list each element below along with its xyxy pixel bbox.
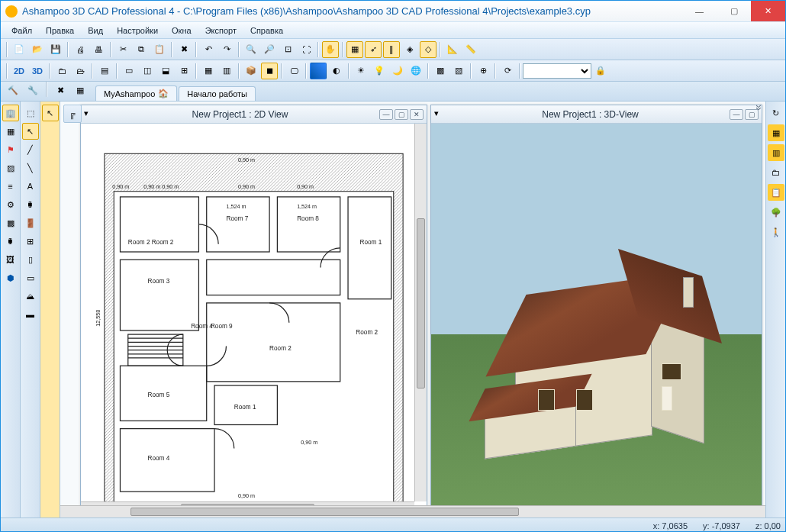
dock-folder-icon[interactable]: 🗀 [768,164,784,181]
panel-3d-menu-icon[interactable]: ▾ [434,108,446,121]
line-icon[interactable]: ╱ [22,141,39,158]
door-icon[interactable]: 🚪 [22,214,39,231]
cursor-icon[interactable]: ➶ [365,41,382,58]
refresh-icon[interactable]: ⟳ [499,63,516,79]
globe-icon[interactable]: 🌐 [407,63,424,79]
lock-icon[interactable]: 🔒 [592,63,609,79]
tab-start[interactable]: Начало работы [179,86,256,101]
pan-icon[interactable]: ✋ [322,41,339,58]
window-icon[interactable]: ⊞ [22,233,39,250]
menu-view[interactable]: Вид [82,24,109,37]
flag-red-icon[interactable]: ⚑ [2,141,19,158]
ruler-icon[interactable]: 📏 [462,41,479,58]
scrollbar-v-2d[interactable] [414,124,427,501]
save-icon[interactable]: 💾 [47,41,64,58]
folder-yellow-icon[interactable]: 🗀 [53,63,70,79]
menu-help[interactable]: Справка [244,24,289,37]
hammer-icon[interactable]: 🔨 [5,82,21,98]
panel-2d-min-button[interactable]: — [379,109,393,120]
new-file-icon[interactable]: 📄 [11,41,27,58]
menu-settings[interactable]: Настройки [111,24,164,37]
dock-catalog2-icon[interactable]: ▥ [768,144,784,161]
window-vsplit-icon[interactable]: ◫ [139,63,156,79]
window-quad-icon[interactable]: ⊞ [176,63,192,79]
wall-icon[interactable]: ⧯ [22,196,39,213]
layer2-icon[interactable]: ▥ [218,63,235,79]
screen-icon[interactable]: 🖵 [285,63,302,79]
material-icon[interactable]: ▩ [432,63,449,79]
gear-icon[interactable]: ⚙ [2,196,19,213]
snap-angle-icon[interactable]: ◇ [420,41,436,58]
maximize-button[interactable]: ▢ [717,1,751,21]
view-3d-button[interactable]: 3D [29,63,46,79]
new-tab-icon[interactable]: ▦ [72,82,89,98]
light-icon[interactable]: 💡 [371,63,388,79]
stairs-icon[interactable]: ≡ [2,178,19,195]
texture-tool-icon[interactable]: ▩ [2,214,19,231]
menu-file[interactable]: Файл [5,24,38,37]
grid-tool-icon[interactable]: ▦ [2,123,19,140]
dock-rotate-icon[interactable]: ↻ [768,105,784,121]
panel-menu-icon[interactable]: ▾ [84,108,96,121]
floorplan-svg[interactable]: Room 2 Room 2 Room 7 Room 8 Room 1 Room … [81,124,427,514]
layout-grid-icon[interactable]: ▤ [96,63,113,79]
beam-icon[interactable]: ▭ [22,269,39,286]
column-icon[interactable]: ▯ [22,251,39,268]
slab-icon[interactable]: ▬ [22,306,39,323]
workspace-scrollbar-h[interactable] [60,505,765,517]
close-tab-icon[interactable]: ✖ [52,82,69,98]
window-single-icon[interactable]: ▭ [121,63,137,79]
folder-blue-icon[interactable]: 🗁 [72,63,89,79]
image-icon[interactable]: 🖼 [2,251,19,268]
chevron-right-icon[interactable]: » [759,105,765,111]
print-icon[interactable]: 🖨 [72,41,89,58]
zoom-in-icon[interactable]: 🔍 [243,41,259,58]
dock-tree-icon[interactable]: 🌳 [768,204,784,221]
building-icon[interactable]: 🏢 [2,105,19,121]
fence-icon[interactable]: ⧯ [2,233,19,250]
print-preview-icon[interactable]: 🖶 [90,41,107,58]
text-icon[interactable]: A [22,178,39,195]
menu-windows[interactable]: Окна [166,24,198,37]
guides-icon[interactable]: ‖ [383,41,400,58]
tab-myashampoo[interactable]: MyAshampoo 🏠 [95,85,177,101]
open-file-icon[interactable]: 📂 [29,41,46,58]
render-icon[interactable]: ◼ [261,63,278,79]
close-button[interactable]: ✕ [751,1,785,21]
color-icon[interactable] [310,63,327,79]
texture-icon[interactable]: ▧ [450,63,467,79]
polygon-icon[interactable]: ⬢ [2,269,19,286]
float-tool-icon[interactable]: ╔ [64,105,81,122]
panel-2d-close-button[interactable]: ✕ [410,109,424,120]
roof-icon[interactable]: ⛰ [22,288,39,305]
paste-icon[interactable]: 📋 [151,41,168,58]
shade-icon[interactable]: ◐ [328,63,345,79]
layer-icon[interactable]: ▦ [200,63,217,79]
snap-icon[interactable]: ◈ [401,41,418,58]
layer-select[interactable] [523,63,591,79]
hatch-icon[interactable]: ▨ [2,160,19,176]
moon-icon[interactable]: 🌙 [389,63,406,79]
window-hsplit-icon[interactable]: ⬓ [157,63,174,79]
arrow-tool-icon[interactable]: ↖ [42,105,59,121]
zoom-out-icon[interactable]: 🔎 [261,41,278,58]
cut-icon[interactable]: ✂ [114,41,131,58]
undo-icon[interactable]: ↶ [200,41,217,58]
measure-icon[interactable]: 📐 [444,41,461,58]
minimize-button[interactable]: — [682,1,717,21]
redo-icon[interactable]: ↷ [218,41,235,58]
compass-icon[interactable]: ⊕ [475,63,491,79]
dock-clipboard-icon[interactable]: 📋 [768,184,784,201]
wrench-icon[interactable]: 🔧 [24,82,41,98]
delete-icon[interactable]: ✖ [176,41,192,58]
panel-3d-min-button[interactable]: — [730,109,743,120]
dock-catalog-icon[interactable]: ▦ [768,124,784,141]
view-2d-button[interactable]: 2D [11,63,27,79]
sun-icon[interactable]: ☀ [353,63,369,79]
dock-person-icon[interactable]: 🚶 [768,224,784,240]
box-icon[interactable]: 📦 [243,63,259,79]
floor-icon[interactable]: ⬚ [22,105,39,121]
line2-icon[interactable]: ╲ [22,160,39,176]
zoom-fit-icon[interactable]: ⛶ [298,41,314,58]
zoom-window-icon[interactable]: ⊡ [279,41,296,58]
